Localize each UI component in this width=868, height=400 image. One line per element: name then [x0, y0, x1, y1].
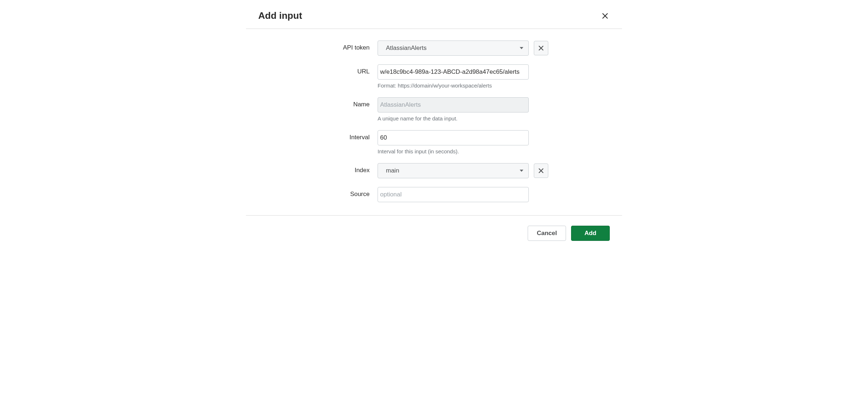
add-button[interactable]: Add — [571, 226, 610, 241]
row-source: Source — [258, 187, 610, 202]
chevron-down-icon — [520, 47, 523, 49]
url-input[interactable] — [378, 64, 529, 80]
modal-title: Add input — [258, 10, 302, 21]
index-select[interactable]: main — [378, 163, 529, 178]
label-interval: Interval — [258, 130, 378, 141]
interval-input[interactable] — [378, 130, 529, 145]
label-url: URL — [258, 64, 378, 75]
index-clear-button[interactable] — [534, 163, 548, 178]
close-button[interactable] — [600, 11, 610, 21]
interval-help-text: Interval for this input (in seconds). — [378, 148, 529, 154]
label-source: Source — [258, 187, 378, 198]
api-token-clear-button[interactable] — [534, 41, 548, 55]
url-help-text: Format: https://domain/w/your-workspace/… — [378, 82, 529, 89]
chevron-down-icon — [520, 170, 523, 172]
row-url: URL Format: https://domain/w/your-worksp… — [258, 64, 610, 89]
row-api-token: API token AtlassianAlerts — [258, 41, 610, 56]
name-input — [378, 97, 529, 112]
form-body: API token AtlassianAlerts URL — [246, 41, 622, 202]
api-token-select[interactable]: AtlassianAlerts — [378, 41, 529, 56]
cancel-button[interactable]: Cancel — [528, 226, 566, 241]
x-icon — [538, 45, 544, 51]
add-input-modal: Add input API token AtlassianAlerts — [246, 4, 622, 241]
label-api-token: API token — [258, 41, 378, 51]
api-token-selected-value: AtlassianAlerts — [386, 44, 426, 52]
modal-header: Add input — [246, 4, 622, 29]
source-input[interactable] — [378, 187, 529, 202]
modal-footer: Cancel Add — [246, 215, 622, 241]
row-index: Index main — [258, 163, 610, 178]
close-icon — [602, 13, 608, 19]
x-icon — [538, 168, 544, 174]
label-name: Name — [258, 97, 378, 108]
index-selected-value: main — [386, 167, 399, 174]
name-help-text: A unique name for the data input. — [378, 115, 529, 122]
row-name: Name A unique name for the data input. — [258, 97, 610, 122]
row-interval: Interval Interval for this input (in sec… — [258, 130, 610, 154]
label-index: Index — [258, 163, 378, 174]
